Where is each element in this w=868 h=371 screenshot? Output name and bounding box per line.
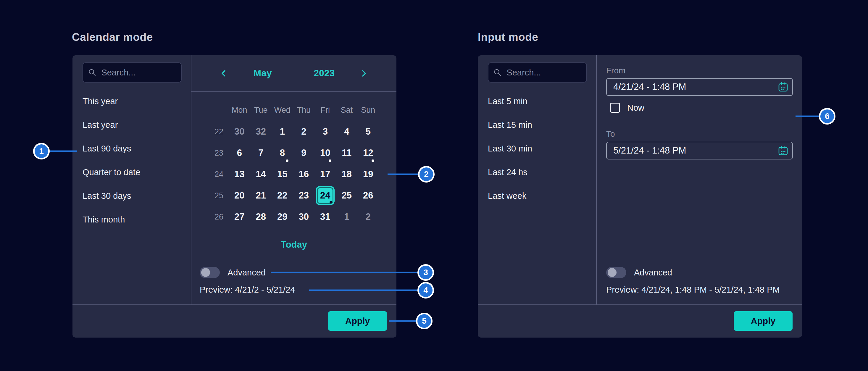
day-cell[interactable]: 14: [250, 164, 272, 185]
day-cell[interactable]: 8: [272, 142, 293, 164]
preset-list: Last 5 minLast 15 minLast 30 minLast 24 …: [488, 89, 596, 208]
preset-item[interactable]: Last 30 days: [83, 184, 191, 208]
week-number: 26: [209, 206, 229, 227]
day-number: 14: [256, 169, 266, 180]
day-cell[interactable]: 1: [336, 206, 358, 227]
week-number: 23: [209, 142, 229, 164]
apply-button[interactable]: Apply: [328, 311, 387, 331]
day-number: 9: [301, 148, 306, 158]
next-month-button[interactable]: [354, 55, 373, 91]
day-number: 16: [299, 169, 309, 180]
calendar-icon[interactable]: [777, 145, 789, 156]
toggle-knob: [201, 268, 210, 277]
day-cell[interactable]: 26: [358, 185, 379, 206]
day-cell[interactable]: 27: [229, 206, 250, 227]
day-cell[interactable]: 11: [336, 142, 358, 164]
selected-day-cell[interactable]: 24: [314, 185, 336, 206]
preset-item[interactable]: This month: [83, 208, 191, 231]
year-label[interactable]: 2023: [314, 68, 335, 79]
day-cell[interactable]: 2: [358, 206, 379, 227]
callout-badge-2: 2: [418, 166, 435, 183]
day-cell[interactable]: 23: [293, 185, 315, 206]
day-cell[interactable]: 21: [250, 185, 272, 206]
day-cell[interactable]: 28: [250, 206, 272, 227]
day-number: 30: [299, 212, 309, 222]
callout-badge-5: 5: [416, 313, 433, 329]
search-box[interactable]: [83, 62, 182, 83]
preset-item[interactable]: Last week: [488, 184, 596, 208]
advanced-toggle[interactable]: [200, 267, 220, 278]
today-link[interactable]: Today: [191, 239, 396, 250]
day-cell[interactable]: 9: [293, 142, 315, 164]
preset-item[interactable]: Last 30 min: [488, 137, 596, 160]
day-cell[interactable]: 19: [358, 164, 379, 185]
preset-item[interactable]: This year: [83, 89, 191, 113]
preset-list: This yearLast yearLast 90 daysQuarter to…: [83, 89, 191, 231]
day-number: 8: [280, 148, 285, 158]
day-cell[interactable]: 32: [250, 121, 272, 142]
day-cell[interactable]: 5: [358, 121, 379, 142]
advanced-toggle[interactable]: [606, 267, 626, 278]
preset-item[interactable]: Last 15 min: [488, 113, 596, 137]
from-input[interactable]: [613, 81, 775, 93]
day-cell[interactable]: 30: [293, 206, 315, 227]
search-input[interactable]: [101, 67, 176, 78]
day-cell[interactable]: 29: [272, 206, 293, 227]
to-input[interactable]: [613, 145, 775, 156]
preset-item[interactable]: Quarter to date: [83, 160, 191, 184]
day-cell[interactable]: 30: [229, 121, 250, 142]
day-cell[interactable]: 3: [314, 121, 336, 142]
now-row: Now: [610, 101, 644, 114]
month-label[interactable]: May: [253, 68, 272, 79]
preset-item[interactable]: Last 90 days: [83, 137, 191, 160]
day-cell[interactable]: 1: [272, 121, 293, 142]
search-input[interactable]: [506, 67, 581, 78]
search-box[interactable]: [488, 62, 587, 83]
day-cell[interactable]: 12: [358, 142, 379, 164]
apply-button[interactable]: Apply: [734, 311, 793, 331]
callout-line-1: [50, 151, 77, 152]
day-number: 20: [234, 190, 244, 201]
preset-item[interactable]: Last year: [83, 113, 191, 137]
from-field[interactable]: [606, 78, 793, 96]
preview-text: Preview: 4/21/2 - 5/21/24: [200, 285, 295, 295]
day-number: 31: [320, 212, 330, 222]
day-cell[interactable]: 10: [314, 142, 336, 164]
day-cell[interactable]: 4: [336, 121, 358, 142]
day-cell[interactable]: 20: [229, 185, 250, 206]
day-cell[interactable]: 6: [229, 142, 250, 164]
preset-item[interactable]: Last 5 min: [488, 89, 596, 113]
day-cell[interactable]: 13: [229, 164, 250, 185]
input-mode-footer: Apply: [478, 304, 802, 338]
calendar-icon[interactable]: [777, 81, 789, 93]
day-cell[interactable]: 16: [293, 164, 315, 185]
day-number: 7: [258, 148, 263, 158]
callout-line-4: [309, 290, 418, 291]
advanced-label: Advanced: [227, 268, 266, 278]
prev-month-button[interactable]: [215, 55, 234, 91]
callout-line-5: [389, 320, 416, 322]
weekday-label: Tue: [250, 99, 272, 121]
calendar-grid: MonTueWedThuFriSatSun2230321234523678910…: [209, 99, 379, 227]
day-cell[interactable]: 22: [272, 185, 293, 206]
day-cell[interactable]: 18: [336, 164, 358, 185]
event-dot: [286, 159, 288, 162]
chevron-left-icon: [220, 69, 228, 78]
day-cell[interactable]: 17: [314, 164, 336, 185]
to-field[interactable]: [606, 142, 793, 159]
day-cell[interactable]: 25: [336, 185, 358, 206]
day-cell[interactable]: 2: [293, 121, 315, 142]
preset-item[interactable]: Last 24 hs: [488, 160, 596, 184]
day-number: 19: [363, 169, 373, 180]
day-cell[interactable]: 31: [314, 206, 336, 227]
day-cell[interactable]: 7: [250, 142, 272, 164]
advanced-label: Advanced: [634, 268, 672, 278]
input-area: From Now: [597, 55, 802, 304]
advanced-row: Advanced: [200, 267, 266, 278]
now-checkbox[interactable]: [610, 103, 620, 113]
day-number: 1: [280, 126, 285, 137]
day-cell[interactable]: 15: [272, 164, 293, 185]
input-mode-panel: Last 5 minLast 15 minLast 30 minLast 24 …: [478, 55, 802, 338]
input-mode-title: Input mode: [478, 31, 538, 43]
day-number: 25: [342, 190, 352, 201]
